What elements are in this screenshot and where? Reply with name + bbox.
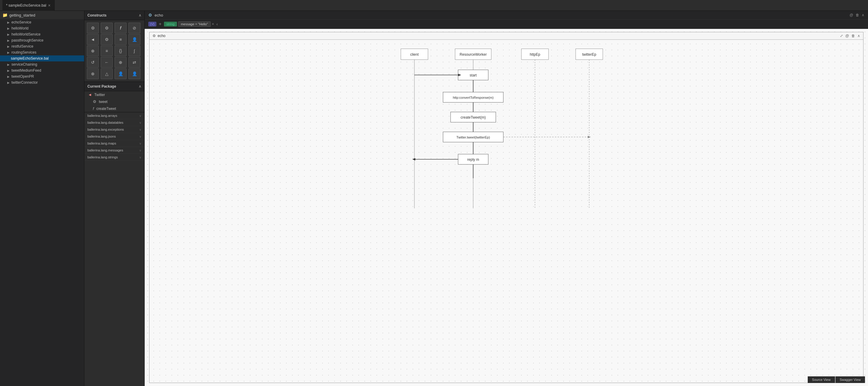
construct-role-button[interactable]: 👤 <box>115 68 127 79</box>
collapse-icon[interactable]: ∧ <box>858 34 860 38</box>
sidebar-item-tweetmediumfeed[interactable]: ▶ tweetMediumFeed <box>0 67 84 73</box>
chevron-right-icon: ▶ <box>7 39 10 42</box>
delete-function-button[interactable]: 🗑 <box>856 13 859 17</box>
construct-variable-button[interactable]: ⊕ <box>87 45 99 56</box>
annotation-icon[interactable]: @ <box>845 34 849 38</box>
construct-parallel-button[interactable]: ⇄ <box>128 57 141 68</box>
diagram-svg: client ResourceWorker httpEp <box>150 40 863 214</box>
param-close-button[interactable]: × <box>212 22 214 26</box>
chevron-right-icon: ▶ <box>7 63 10 66</box>
construct-endpoint-button[interactable]: 👤 <box>128 68 141 79</box>
construct-invoke-button[interactable]: ⊕ <box>115 57 127 68</box>
sidebar-item-label: tweetMediumFeed <box>11 68 41 73</box>
file-tab[interactable]: * sampleEchoService.bal × <box>2 0 55 11</box>
dep-item-jsons[interactable]: ballerina.lang.jsons ∨ <box>84 133 144 140</box>
swagger-view-button[interactable]: Swagger View <box>835 376 865 383</box>
construct-enum-button[interactable]: {} <box>115 45 127 56</box>
main-layout: 📁 getting_started ▶ echoService ▶ helloW… <box>0 11 868 386</box>
param-tag: string message = "Hello" × <box>164 22 214 27</box>
sidebar-item-routingservices[interactable]: ▶ routingServices <box>0 49 84 56</box>
svg-text:twitterEp: twitterEp <box>582 52 596 57</box>
sidebar-header: 📁 getting_started <box>0 11 84 19</box>
pkg-item-createtweet[interactable]: f createTweet <box>84 105 144 112</box>
httpconvert-node: http:convertToResponse(m) <box>443 92 503 102</box>
construct-service-button[interactable]: ⚙ <box>87 23 99 33</box>
root-folder-name: getting_started <box>9 13 35 17</box>
construct-transform-button[interactable]: ≡ <box>101 45 113 56</box>
source-view-button[interactable]: Source View <box>808 376 835 383</box>
sidebar-item-helloworld[interactable]: ▶ helloWorld <box>0 25 84 31</box>
add-param-button[interactable]: + <box>159 22 161 27</box>
sidebar-item-passthroughservice[interactable]: ▶ passthroughService <box>0 37 84 43</box>
current-package-section: Current Package ∧ ◄ Twitter ⚙ tweet f cr… <box>84 81 144 112</box>
pkg-item-twitter[interactable]: ◄ Twitter <box>84 91 144 98</box>
sidebar-item-servicechaining[interactable]: ▶ serviceChaining <box>0 62 84 67</box>
construct-connector-button[interactable]: ⊘ <box>128 23 141 33</box>
collapse-constructs-button[interactable]: ∧ <box>138 13 141 17</box>
function-box-header: ⚙ echo ⤢ @ 🗑 ∧ <box>150 32 863 40</box>
createtweet-node: createTweet(m) <box>451 112 496 122</box>
replym-node: reply m <box>458 154 488 165</box>
construct-alert-button[interactable]: △ <box>101 68 113 79</box>
view-buttons: Source View Swagger View <box>808 376 865 383</box>
top-bar: * sampleEchoService.bal × <box>0 0 868 11</box>
svg-text:client: client <box>410 52 419 57</box>
construct-fork-button[interactable]: ⊕ <box>87 68 99 79</box>
twittertweet-node: Twitter.tweet(twitterEp) <box>443 132 503 142</box>
expand-icon[interactable]: ⤢ <box>840 34 843 38</box>
sidebar-item-tweetopenpr[interactable]: ▶ tweetOpenPR <box>0 73 84 79</box>
params-bar: {V} + string message = "Hello" × ‹ <box>145 20 868 29</box>
pkg-item-label: createTweet <box>96 107 116 111</box>
dependency-section: ballerina.lang.arrays ∨ ballerina.lang.d… <box>84 112 144 161</box>
construct-typemapper-button[interactable]: ∫ <box>128 45 141 56</box>
httpep-node: httpEp <box>521 49 549 60</box>
chevron-down-icon: ∨ <box>139 135 141 138</box>
function-icon: f <box>93 106 94 111</box>
construct-function-button[interactable]: f <box>115 23 127 33</box>
sidebar-item-restfulservice[interactable]: ▶ restfulService <box>0 43 84 49</box>
chevron-down-icon: ∨ <box>139 128 141 131</box>
collapse-package-button[interactable]: ∧ <box>138 84 141 89</box>
svg-text:http:convertToResponse(m): http:convertToResponse(m) <box>453 96 493 99</box>
chevron-right-icon: ▶ <box>7 69 10 72</box>
dep-item-maps[interactable]: ballerina.lang.maps ∨ <box>84 140 144 147</box>
dep-item-messages[interactable]: ballerina.lang.messages ∨ <box>84 147 144 154</box>
tab-close-button[interactable]: × <box>48 3 50 8</box>
nav-back-button[interactable]: ‹ <box>216 22 218 27</box>
chevron-down-icon: ∨ <box>139 114 141 117</box>
inner-function-name: echo <box>158 34 165 38</box>
sidebar-item-echoservice[interactable]: ▶ echoService <box>0 19 84 25</box>
resourceworker-node: ResourceWorker <box>455 49 491 60</box>
tab-label: * sampleEchoService.bal <box>6 3 46 7</box>
sidebar-item-twitterconnector[interactable]: ▶ twitterConnector <box>0 79 84 85</box>
dep-item-arrays[interactable]: ballerina.lang.arrays ∨ <box>84 112 144 119</box>
svg-text:Twitter.tweet(twitterEp): Twitter.tweet(twitterEp) <box>456 136 490 139</box>
dep-item-datatables[interactable]: ballerina.lang.datatables ∨ <box>84 119 144 126</box>
construct-action-button[interactable]: ◄ <box>87 34 99 45</box>
sidebar-item-helloworldservice[interactable]: ▶ helloWorldService <box>0 31 84 37</box>
construct-annotation-button[interactable]: 👤 <box>128 34 141 45</box>
construct-worker-button[interactable]: ⚙ <box>101 34 113 45</box>
dep-label: ballerina.lang.arrays <box>87 114 117 117</box>
sidebar-item-label: serviceChaining <box>11 62 37 67</box>
chevron-right-icon: ▶ <box>7 75 10 78</box>
constructs-title: Constructs <box>87 13 106 17</box>
vars-badge: {V} <box>148 22 156 27</box>
sidebar-item-sampleechoservice[interactable]: sampleEchoService.bal <box>0 56 84 62</box>
folder-icon: 📁 <box>2 13 7 17</box>
sidebar: 📁 getting_started ▶ echoService ▶ helloW… <box>0 11 84 386</box>
dep-item-strings[interactable]: ballerina.lang.strings ∨ <box>84 154 144 161</box>
diagram-canvas[interactable]: ⚙ echo ⤢ @ 🗑 ∧ <box>145 29 868 386</box>
pkg-item-tweet[interactable]: ⚙ tweet <box>84 98 144 105</box>
dep-item-exceptions[interactable]: ballerina.lang.exceptions ∨ <box>84 126 144 133</box>
construct-return-button[interactable]: ↺ <box>87 57 99 68</box>
construct-reply-button[interactable]: ← <box>101 57 113 68</box>
param-value-label[interactable]: message = "Hello" <box>178 22 211 27</box>
current-package-title: Current Package <box>87 84 116 89</box>
annotation-button[interactable]: @ <box>849 13 853 17</box>
chevron-down-icon: ∨ <box>139 156 141 159</box>
construct-struct-button[interactable]: ≡ <box>115 34 127 45</box>
collapse-function-button[interactable]: ∧ <box>862 13 864 17</box>
construct-resource-button[interactable]: ⚙ <box>101 23 113 33</box>
delete-icon[interactable]: 🗑 <box>851 34 855 38</box>
